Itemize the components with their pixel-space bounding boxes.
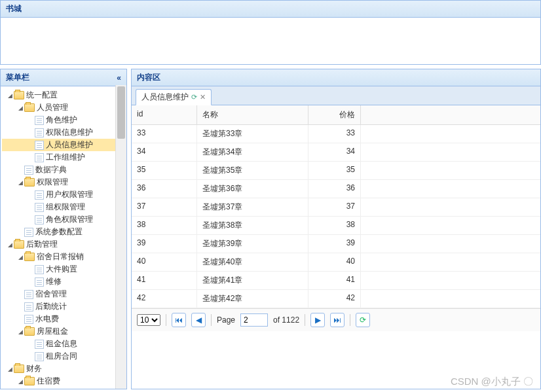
table-row[interactable]: 35圣墟第35章35 [132,162,540,180]
tree-item[interactable]: 权限信息维护 [2,126,125,139]
data-grid: id 名称 价格 33圣墟第33章3334圣墟第34章3435圣墟第35章353… [132,105,540,389]
tree-item-label: 人员信息维护 [46,139,93,151]
expand-arrow-icon[interactable]: ◢ [6,92,14,99]
cell-id: 36 [132,180,197,198]
expand-arrow-icon[interactable]: ◢ [16,378,24,385]
tree-folder[interactable]: ◢后勤管理 [2,238,125,251]
col-header-id[interactable]: id [132,105,197,124]
file-icon [24,315,33,324]
tree-folder[interactable]: ◢财务 [2,363,125,375]
content-panel: 内容区 人员信息维护 ⟳ ✕ id 名称 价格 33圣墟第33章3334圣墟第3… [131,69,541,389]
table-row[interactable]: 33圣墟第33章33 [132,125,540,143]
tree-folder[interactable]: ◢宿舍日常报销 [2,251,125,263]
header-blank-area [0,18,541,65]
cell-name: 圣墟第41章 [197,272,308,289]
scrollbar-thumb[interactable] [117,86,125,139]
tree-item-label: 角色维护 [46,115,77,126]
expand-arrow-icon[interactable]: ◢ [6,241,14,248]
tree-item-label: 房屋租金 [37,326,68,337]
tree-item[interactable]: 用户权限管理 [2,188,125,201]
expand-arrow-icon[interactable]: ◢ [16,179,24,186]
tree-item[interactable]: 角色权限管理 [2,213,125,226]
cell-name: 圣墟第39章 [197,235,308,253]
prev-page-button[interactable]: ◀ [191,313,206,327]
file-icon [35,352,44,361]
cell-price: 39 [308,235,361,253]
tree-item[interactable]: 角色维护 [2,114,125,126]
cell-id: 40 [132,253,197,271]
cell-price: 42 [308,290,361,308]
page-size-select[interactable]: 10 [137,314,160,326]
tree-item[interactable]: 租金信息 [2,338,125,350]
table-row[interactable]: 40圣墟第40章40 [132,253,540,272]
tree-folder[interactable]: ◢房屋租金 [2,325,125,338]
expand-arrow-icon[interactable]: ◢ [6,366,14,372]
tree-item[interactable]: 宿舍管理 [2,288,125,300]
tree-item-label: 数据字典 [35,164,67,175]
col-header-name[interactable]: 名称 [197,105,308,124]
tree-item[interactable]: 大件购置 [2,263,125,276]
pager-separator [166,314,166,326]
table-row[interactable]: 37圣墟第37章37 [132,198,540,217]
tab-active[interactable]: 人员信息维护 ⟳ ✕ [136,89,212,105]
tree-item-label: 住宿费 [37,376,60,387]
table-row[interactable]: 41圣墟第41章41 [132,272,540,290]
content-header: 内容区 [132,69,540,86]
cell-id: 39 [132,235,197,253]
file-icon [35,128,44,137]
cell-id: 34 [132,143,197,161]
cell-id: 35 [132,162,197,179]
tree-item[interactable]: 租房合同 [2,350,125,363]
tree-folder[interactable]: ◢权限管理 [2,176,125,188]
table-row[interactable]: 36圣墟第36章36 [132,180,540,198]
last-page-button[interactable]: ⏭ [330,313,345,327]
tree-item[interactable]: 数据字典 [2,164,125,176]
expand-arrow-icon[interactable]: ◢ [16,105,24,111]
expand-arrow-icon[interactable]: ◢ [16,329,24,335]
collapse-sidebar-icon[interactable]: « [117,73,121,82]
file-icon [24,302,33,312]
expand-arrow-icon[interactable]: ◢ [16,254,24,260]
next-page-button[interactable]: ▶ [310,313,325,327]
table-row[interactable]: 39圣墟第39章39 [132,235,540,253]
sidebar-scrollbar[interactable] [115,85,126,389]
tab-label: 人员信息维护 [141,92,189,103]
sidebar-panel: 菜单栏 « ◢统一配置◢人员管理角色维护权限信息维护人员信息维护工作组维护数据字… [0,69,127,389]
close-icon[interactable]: ✕ [200,93,206,101]
page-input[interactable] [240,313,268,327]
tree-folder[interactable]: ◢住宿费 [2,375,125,387]
sidebar-title: 菜单栏 [6,72,29,83]
tree-item[interactable]: 组权限管理 [2,201,125,213]
cell-name: 圣墟第40章 [197,253,308,271]
col-header-price[interactable]: 价格 [308,105,361,124]
cell-name: 圣墟第33章 [197,125,308,143]
tree-item[interactable]: 人员信息维护 [2,139,125,151]
reload-button[interactable]: ⟳ [356,313,370,327]
app-title: 书城 [6,4,22,13]
first-page-button[interactable]: ⏮ [172,313,186,327]
page-total: of 1122 [273,315,299,325]
tree-item[interactable]: 工作组维护 [2,151,125,164]
tree-item[interactable]: 系统参数配置 [2,226,125,238]
tree-item[interactable]: 维修 [2,276,125,288]
tree-item[interactable]: 水电费 [2,313,125,325]
tree-item-label: 水电费 [35,313,59,325]
file-icon [35,141,44,150]
cell-id: 42 [132,290,197,308]
table-row[interactable]: 42圣墟第42章42 [132,290,540,308]
tree-item-label: 宿舍日常报销 [37,251,84,262]
tree-item-label: 财务 [26,363,42,374]
app-title-bar: 书城 [0,0,541,18]
refresh-icon[interactable]: ⟳ [191,93,197,101]
tree-item-label: 权限信息维护 [46,127,93,138]
file-icon [35,116,44,125]
table-row[interactable]: 38圣墟第38章38 [132,217,540,235]
folder-icon [24,103,35,112]
file-icon [35,265,44,274]
tree-item[interactable]: 后勤统计 [2,300,125,313]
tree-folder[interactable]: ◢人员管理 [2,101,125,114]
tree-item-label: 后勤统计 [35,301,67,312]
tree-item-label: 工作组维护 [46,152,85,163]
tree-folder[interactable]: ◢统一配置 [2,89,125,101]
table-row[interactable]: 34圣墟第34章34 [132,143,540,162]
